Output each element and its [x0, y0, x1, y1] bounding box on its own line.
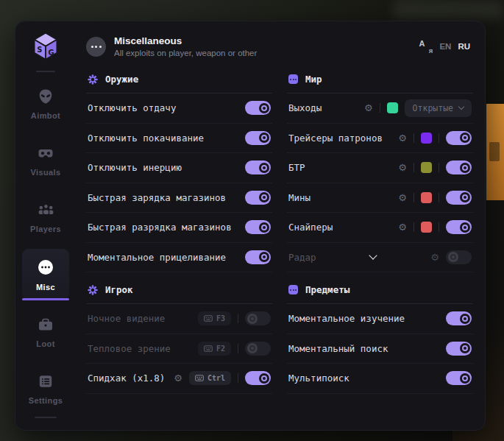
row-label: Трейсеры патронов: [288, 133, 398, 144]
cheat-menu-window: S G Aimbot Visuals: [15, 21, 486, 431]
color-swatch[interactable]: [421, 133, 432, 144]
row-label: Быстрая разрядка магазинов: [88, 222, 245, 233]
hotkey-badge[interactable]: F2: [198, 342, 231, 356]
row-mines: Мины ⚙: [287, 183, 473, 214]
color-swatch[interactable]: [421, 162, 432, 173]
bullet-tracers-toggle[interactable]: [446, 131, 472, 145]
control-divider: [238, 314, 238, 323]
disable-inertia-toggle[interactable]: [245, 160, 271, 174]
sidebar-bottom-divider: [35, 417, 57, 418]
row-night-vision: Ночное видение F3: [86, 304, 272, 334]
control-divider: [414, 222, 414, 232]
row-fast-mag-load: Быстрая зарядка магазинов: [86, 183, 272, 214]
alien-icon: [38, 88, 54, 105]
control-divider: [414, 193, 414, 202]
mines-toggle[interactable]: [446, 191, 472, 205]
gear-icon[interactable]: ⚙: [398, 163, 407, 172]
control-divider: [238, 373, 238, 383]
row-instant-ads: Моментальное прицеливание: [86, 243, 272, 273]
sidebar-item-players[interactable]: Players: [22, 192, 69, 241]
background-orange-banner: [486, 104, 504, 200]
section-header-weapon: Оружие: [86, 62, 272, 94]
thermal-vision-toggle[interactable]: [245, 342, 271, 356]
radar-expand-zone: [316, 255, 431, 258]
sidebar-item-aimbot[interactable]: Aimbot: [22, 79, 69, 128]
row-label: Моментальное прицеливание: [88, 252, 245, 263]
page-title: Miscellaneous: [114, 35, 257, 46]
color-swatch[interactable]: [421, 192, 432, 203]
hotkey-badge[interactable]: F3: [198, 311, 231, 325]
lang-ru-button[interactable]: RU: [458, 42, 470, 51]
sidebar-item-label: Misc: [36, 283, 55, 292]
main-panel: Miscellaneous All exploits on player, we…: [76, 21, 485, 430]
dots-chip-icon: [288, 74, 298, 84]
content-grid: Оружие Отключить отдачу Отключить покачи…: [80, 62, 473, 394]
section-title: Предметы: [305, 284, 349, 295]
sidebar-item-label: Players: [30, 225, 61, 233]
sidebar-nav: Aimbot Visuals: [15, 75, 76, 417]
sidebar-item-loot[interactable]: Loot: [22, 307, 69, 356]
sidebar-item-label: Loot: [36, 339, 54, 348]
svg-text:G: G: [49, 49, 54, 57]
color-swatch[interactable]: [387, 102, 398, 113]
snipers-toggle[interactable]: [446, 220, 472, 234]
row-snipers: Снайперы ⚙: [287, 213, 473, 243]
section-title: Оружие: [105, 74, 138, 85]
multi-search-toggle[interactable]: [446, 371, 472, 385]
section-title: Мир: [305, 74, 322, 85]
row-label: Отключить инерцию: [88, 162, 245, 173]
row-label: Снайперы: [288, 222, 398, 233]
gear-icon[interactable]: ⚙: [398, 193, 407, 202]
page-header: Miscellaneous All exploits on player, we…: [80, 21, 473, 62]
sidebar-item-label: Settings: [29, 396, 63, 405]
gear-icon[interactable]: ⚙: [430, 253, 439, 262]
lang-en-button[interactable]: EN: [439, 42, 451, 51]
dropdown-value: Открытые: [413, 103, 453, 113]
color-swatch[interactable]: [421, 222, 432, 233]
row-disable-sway: Отключить покачивание: [86, 124, 272, 154]
radar-toggle[interactable]: [446, 250, 472, 264]
hotkey-badge[interactable]: Ctrl: [189, 371, 231, 385]
fast-mag-unload-toggle[interactable]: [245, 220, 271, 234]
section-header-world: Мир: [287, 62, 473, 94]
disable-sway-toggle[interactable]: [245, 131, 271, 145]
btr-toggle[interactable]: [446, 160, 472, 174]
hotkey-label: Ctrl: [207, 374, 225, 382]
chevron-down-icon[interactable]: [369, 252, 377, 260]
control-divider: [439, 193, 439, 202]
people-icon: [38, 202, 54, 218]
svg-text:S: S: [37, 46, 42, 54]
disable-recoil-toggle[interactable]: [245, 101, 271, 115]
translate-icon: Aя: [419, 40, 433, 53]
speedhack-toggle[interactable]: [245, 371, 271, 385]
gear-icon[interactable]: ⚙: [398, 133, 407, 143]
control-divider: [414, 133, 414, 143]
row-label: Быстрая зарядка магазинов: [88, 192, 245, 203]
keyboard-icon: [204, 315, 213, 322]
hotkey-label: F2: [216, 345, 225, 353]
flower-gear-icon: [88, 285, 98, 295]
control-divider: [238, 344, 238, 353]
gear-icon[interactable]: ⚙: [364, 103, 373, 113]
keyboard-icon: [195, 375, 204, 381]
fast-mag-load-toggle[interactable]: [245, 191, 271, 205]
instant-search-toggle[interactable]: [446, 342, 472, 356]
sidebar-item-misc[interactable]: Misc: [22, 249, 69, 300]
gear-icon[interactable]: ⚙: [398, 222, 407, 232]
vr-goggles-icon: [38, 145, 54, 161]
misc-ellipsis-icon: [86, 37, 106, 57]
background-highlight: [394, 0, 504, 19]
row-label: Выходы: [288, 102, 364, 113]
row-disable-recoil: Отключить отдачу: [86, 94, 272, 124]
row-exits: Выходы ⚙ Открытые: [287, 94, 473, 124]
exits-dropdown[interactable]: Открытые: [405, 99, 472, 117]
row-label: Мины: [288, 192, 398, 203]
instant-examine-toggle[interactable]: [446, 311, 472, 325]
sidebar-item-settings[interactable]: Settings: [22, 364, 69, 413]
night-vision-toggle[interactable]: [245, 311, 271, 325]
flower-gear-icon: [88, 74, 98, 85]
sidebar-item-visuals[interactable]: Visuals: [22, 135, 69, 185]
column-right: Мир Выходы ⚙ Открытые Трейс: [287, 62, 473, 394]
instant-ads-toggle[interactable]: [245, 250, 271, 264]
gear-icon[interactable]: ⚙: [174, 373, 182, 383]
